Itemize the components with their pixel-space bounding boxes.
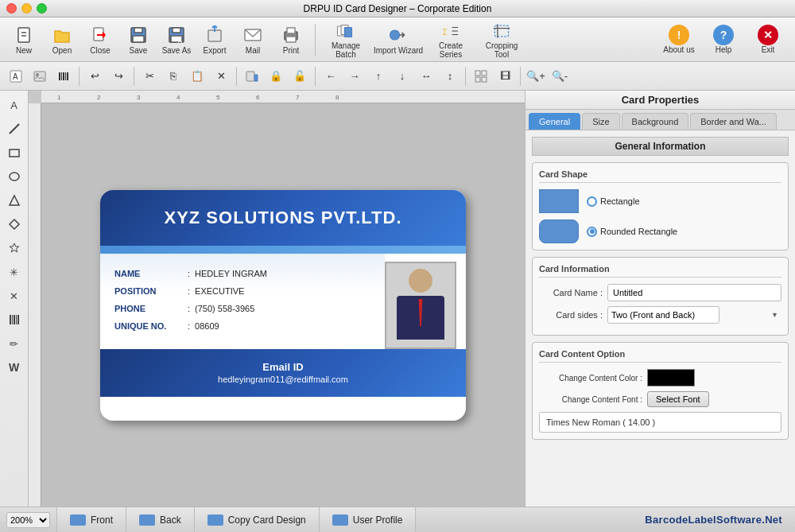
user-profile-icon: [332, 515, 348, 526]
maximize-window-button[interactable]: [37, 3, 47, 14]
user-profile-tab[interactable]: User Profile: [320, 507, 417, 533]
select-font-button[interactable]: Select Font: [647, 391, 709, 407]
close-window-button[interactable]: [6, 3, 17, 14]
rectangle-radio-group[interactable]: Rectangle: [587, 196, 640, 207]
panel-tabs: General Size Background Border and Wa...: [525, 110, 795, 130]
tab-general[interactable]: General: [529, 113, 580, 130]
open-button[interactable]: Open: [45, 21, 80, 59]
tab-background[interactable]: Background: [622, 113, 689, 130]
grid-button[interactable]: [470, 65, 492, 87]
tab-size[interactable]: Size: [582, 113, 619, 130]
align-up-button[interactable]: ↑: [367, 65, 390, 87]
cross-tool[interactable]: ✕: [3, 285, 25, 307]
field-value: EXECUTIVE: [193, 282, 269, 300]
minimize-window-button[interactable]: [21, 3, 32, 14]
canvas-area: 1 2 3 4 5 6 7 8 XYZ SOLUTIONS PVT.LTD.: [29, 91, 525, 507]
rounded-rectangle-radio[interactable]: [587, 227, 597, 237]
field-value: 08609: [193, 317, 269, 335]
back-tab[interactable]: Back: [126, 507, 195, 533]
new-label: New: [16, 46, 32, 55]
diamond-tool[interactable]: [3, 213, 25, 235]
tab-border[interactable]: Border and Wa...: [690, 113, 777, 130]
text-tool-button[interactable]: A: [5, 65, 27, 87]
user-profile-label: User Profile: [353, 515, 403, 526]
redo-button[interactable]: ↪: [107, 65, 130, 87]
svg-rect-53: [17, 315, 19, 324]
titlebar: DRPU ID Card Designer – Corporate Editio…: [0, 0, 795, 17]
svg-rect-9: [133, 36, 144, 42]
undo-button[interactable]: ↩: [83, 65, 106, 87]
image-tool-button[interactable]: [29, 65, 51, 87]
svg-line-46: [10, 124, 19, 134]
company-name: XYZ SOLUTIONS PVT.LTD.: [164, 208, 401, 228]
copy-card-design-label: Copy Card Design: [228, 515, 306, 526]
select-tool[interactable]: A: [3, 94, 25, 116]
export-label: Export: [204, 46, 227, 55]
insert-image-button[interactable]: [241, 65, 263, 87]
exit-button[interactable]: ✕ Exit: [747, 21, 789, 59]
tab-general-label: General: [539, 117, 570, 126]
save-button[interactable]: Save: [121, 21, 156, 59]
save-as-button[interactable]: A Save As: [159, 21, 194, 59]
field-label: POSITION: [113, 282, 184, 300]
close-button[interactable]: Close: [83, 21, 118, 59]
zoom-out-button[interactable]: 🔍-: [549, 65, 571, 87]
snowflake-tool[interactable]: ✳: [3, 261, 25, 283]
manage-batch-button[interactable]: Manage Batch: [322, 21, 370, 59]
paste-button[interactable]: 📋: [186, 65, 208, 87]
align-left-button[interactable]: ←: [320, 65, 342, 87]
mail-button[interactable]: Mail: [235, 21, 270, 59]
card-sides-select[interactable]: Two (Front and Back) One (Front Only) Tw…: [607, 306, 719, 324]
lock-button[interactable]: 🔒: [265, 65, 287, 87]
svg-rect-44: [475, 77, 480, 82]
zoom-in-button[interactable]: 🔍+: [525, 65, 547, 87]
front-tab[interactable]: Front: [57, 507, 126, 533]
pen-tool[interactable]: ✏: [3, 332, 25, 355]
person-body: [397, 296, 444, 340]
zoom-select[interactable]: 200% 100% 150% 75% 50%: [6, 512, 50, 528]
print-button[interactable]: Print: [273, 21, 308, 59]
barcode-tool-button[interactable]: [52, 65, 75, 87]
svg-rect-47: [10, 150, 19, 157]
back-tab-icon: [139, 515, 155, 526]
rectangle-radio[interactable]: [587, 196, 597, 207]
card-name-input[interactable]: [607, 284, 781, 301]
align-down-button[interactable]: ↓: [391, 65, 413, 87]
svg-text:Σ: Σ: [443, 26, 448, 36]
main-content: A ✳ ✕ ✏ W 1 2: [0, 91, 795, 507]
film-button[interactable]: 🎞: [494, 65, 516, 87]
rect-tool[interactable]: [3, 142, 25, 164]
rounded-radio-group[interactable]: Rounded Rectangle: [587, 227, 677, 237]
card-fields-table: NAME : HEDLEY INGRAM POSITION : EXECUTIV…: [113, 265, 269, 335]
svg-text:A: A: [13, 72, 18, 81]
center-v-button[interactable]: ↕: [439, 65, 461, 87]
create-series-button[interactable]: Σ Create Series: [427, 21, 475, 59]
svg-rect-36: [59, 72, 60, 80]
import-wizard-button[interactable]: Import Wizard: [373, 21, 424, 59]
cut-button[interactable]: ✂: [138, 65, 161, 87]
copy-button[interactable]: ⎘: [162, 65, 184, 87]
star-tool[interactable]: [3, 237, 25, 259]
svg-rect-0: [18, 28, 29, 42]
cropping-tool-button[interactable]: Cropping Tool: [478, 21, 525, 59]
canvas-content[interactable]: XYZ SOLUTIONS PVT.LTD. NAME : HEDLEY ING…: [41, 103, 525, 507]
triangle-tool[interactable]: [3, 189, 25, 212]
content-color-swatch[interactable]: [647, 369, 695, 386]
left-tools-panel: A ✳ ✕ ✏ W: [0, 91, 29, 507]
text-lp-tool[interactable]: W: [3, 356, 25, 379]
barcode-lp-tool[interactable]: [3, 309, 25, 331]
export-button[interactable]: Export: [197, 21, 232, 59]
id-card[interactable]: XYZ SOLUTIONS PVT.LTD. NAME : HEDLEY ING…: [100, 190, 466, 421]
line-tool[interactable]: [3, 118, 25, 140]
card-decoration-bar: [100, 246, 466, 254]
card-content-title: Card Content Option: [539, 349, 781, 363]
copy-card-design-tab[interactable]: Copy Card Design: [195, 507, 320, 533]
help-button[interactable]: ? Help: [703, 21, 744, 59]
unlock-button[interactable]: 🔓: [289, 65, 311, 87]
new-button[interactable]: New: [6, 21, 41, 59]
ellipse-tool[interactable]: [3, 165, 25, 188]
align-right-button[interactable]: →: [343, 65, 366, 87]
center-h-button[interactable]: ↔: [415, 65, 437, 87]
delete-button[interactable]: ✕: [210, 65, 232, 87]
about-button[interactable]: ! About us: [658, 21, 700, 59]
